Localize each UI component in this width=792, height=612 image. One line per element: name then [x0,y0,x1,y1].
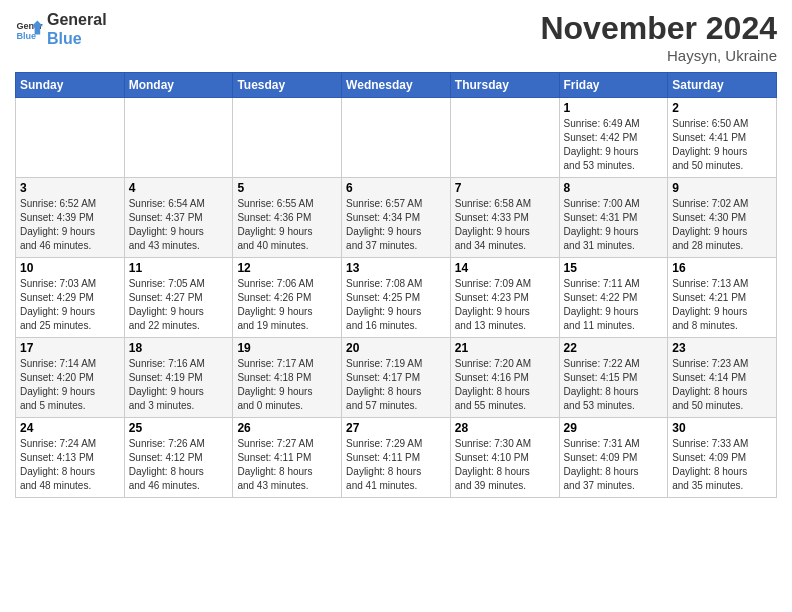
day-number: 1 [564,101,664,115]
day-info: Sunrise: 7:29 AM Sunset: 4:11 PM Dayligh… [346,438,422,491]
day-info: Sunrise: 7:22 AM Sunset: 4:15 PM Dayligh… [564,358,640,411]
weekday-header-friday: Friday [559,73,668,98]
calendar-cell: 8Sunrise: 7:00 AM Sunset: 4:31 PM Daylig… [559,178,668,258]
day-info: Sunrise: 7:30 AM Sunset: 4:10 PM Dayligh… [455,438,531,491]
location: Haysyn, Ukraine [540,47,777,64]
day-number: 5 [237,181,337,195]
calendar-cell: 23Sunrise: 7:23 AM Sunset: 4:14 PM Dayli… [668,338,777,418]
day-info: Sunrise: 7:31 AM Sunset: 4:09 PM Dayligh… [564,438,640,491]
day-info: Sunrise: 7:08 AM Sunset: 4:25 PM Dayligh… [346,278,422,331]
calendar-cell: 6Sunrise: 6:57 AM Sunset: 4:34 PM Daylig… [342,178,451,258]
day-info: Sunrise: 7:24 AM Sunset: 4:13 PM Dayligh… [20,438,96,491]
day-info: Sunrise: 7:20 AM Sunset: 4:16 PM Dayligh… [455,358,531,411]
page-header: General Blue General Blue November 2024 … [15,10,777,64]
month-title: November 2024 [540,10,777,47]
day-info: Sunrise: 6:57 AM Sunset: 4:34 PM Dayligh… [346,198,422,251]
calendar-cell: 7Sunrise: 6:58 AM Sunset: 4:33 PM Daylig… [450,178,559,258]
day-number: 20 [346,341,446,355]
title-block: November 2024 Haysyn, Ukraine [540,10,777,64]
day-number: 14 [455,261,555,275]
day-number: 15 [564,261,664,275]
day-number: 2 [672,101,772,115]
calendar-cell: 22Sunrise: 7:22 AM Sunset: 4:15 PM Dayli… [559,338,668,418]
svg-text:Blue: Blue [16,31,36,41]
day-info: Sunrise: 7:17 AM Sunset: 4:18 PM Dayligh… [237,358,313,411]
calendar-cell [124,98,233,178]
day-info: Sunrise: 7:14 AM Sunset: 4:20 PM Dayligh… [20,358,96,411]
day-number: 29 [564,421,664,435]
day-info: Sunrise: 7:11 AM Sunset: 4:22 PM Dayligh… [564,278,640,331]
logo: General Blue General Blue [15,10,107,48]
day-number: 4 [129,181,229,195]
day-info: Sunrise: 7:19 AM Sunset: 4:17 PM Dayligh… [346,358,422,411]
calendar-cell: 28Sunrise: 7:30 AM Sunset: 4:10 PM Dayli… [450,418,559,498]
calendar-cell: 12Sunrise: 7:06 AM Sunset: 4:26 PM Dayli… [233,258,342,338]
day-number: 26 [237,421,337,435]
calendar-cell: 24Sunrise: 7:24 AM Sunset: 4:13 PM Dayli… [16,418,125,498]
day-info: Sunrise: 7:05 AM Sunset: 4:27 PM Dayligh… [129,278,205,331]
calendar-cell [233,98,342,178]
day-info: Sunrise: 7:16 AM Sunset: 4:19 PM Dayligh… [129,358,205,411]
weekday-header-tuesday: Tuesday [233,73,342,98]
day-number: 7 [455,181,555,195]
day-number: 30 [672,421,772,435]
calendar-cell: 4Sunrise: 6:54 AM Sunset: 4:37 PM Daylig… [124,178,233,258]
day-info: Sunrise: 7:09 AM Sunset: 4:23 PM Dayligh… [455,278,531,331]
day-number: 8 [564,181,664,195]
calendar-week-1: 1Sunrise: 6:49 AM Sunset: 4:42 PM Daylig… [16,98,777,178]
calendar-cell: 25Sunrise: 7:26 AM Sunset: 4:12 PM Dayli… [124,418,233,498]
day-info: Sunrise: 7:33 AM Sunset: 4:09 PM Dayligh… [672,438,748,491]
day-info: Sunrise: 7:26 AM Sunset: 4:12 PM Dayligh… [129,438,205,491]
calendar-cell: 11Sunrise: 7:05 AM Sunset: 4:27 PM Dayli… [124,258,233,338]
calendar-week-4: 17Sunrise: 7:14 AM Sunset: 4:20 PM Dayli… [16,338,777,418]
day-info: Sunrise: 7:02 AM Sunset: 4:30 PM Dayligh… [672,198,748,251]
calendar-cell: 18Sunrise: 7:16 AM Sunset: 4:19 PM Dayli… [124,338,233,418]
calendar-cell [16,98,125,178]
calendar-cell: 1Sunrise: 6:49 AM Sunset: 4:42 PM Daylig… [559,98,668,178]
day-number: 25 [129,421,229,435]
day-number: 19 [237,341,337,355]
calendar-cell: 15Sunrise: 7:11 AM Sunset: 4:22 PM Dayli… [559,258,668,338]
day-number: 17 [20,341,120,355]
calendar-cell: 17Sunrise: 7:14 AM Sunset: 4:20 PM Dayli… [16,338,125,418]
calendar-cell: 20Sunrise: 7:19 AM Sunset: 4:17 PM Dayli… [342,338,451,418]
calendar-cell: 21Sunrise: 7:20 AM Sunset: 4:16 PM Dayli… [450,338,559,418]
day-info: Sunrise: 7:13 AM Sunset: 4:21 PM Dayligh… [672,278,748,331]
calendar-cell [342,98,451,178]
weekday-header-saturday: Saturday [668,73,777,98]
calendar-cell: 29Sunrise: 7:31 AM Sunset: 4:09 PM Dayli… [559,418,668,498]
weekday-header-monday: Monday [124,73,233,98]
logo-icon: General Blue [15,15,43,43]
calendar-cell: 13Sunrise: 7:08 AM Sunset: 4:25 PM Dayli… [342,258,451,338]
day-info: Sunrise: 7:03 AM Sunset: 4:29 PM Dayligh… [20,278,96,331]
day-info: Sunrise: 6:52 AM Sunset: 4:39 PM Dayligh… [20,198,96,251]
calendar-cell: 27Sunrise: 7:29 AM Sunset: 4:11 PM Dayli… [342,418,451,498]
day-number: 12 [237,261,337,275]
day-number: 10 [20,261,120,275]
day-info: Sunrise: 7:06 AM Sunset: 4:26 PM Dayligh… [237,278,313,331]
logo-text-general: General [47,10,107,29]
day-info: Sunrise: 7:23 AM Sunset: 4:14 PM Dayligh… [672,358,748,411]
day-number: 18 [129,341,229,355]
calendar-week-2: 3Sunrise: 6:52 AM Sunset: 4:39 PM Daylig… [16,178,777,258]
calendar-cell: 3Sunrise: 6:52 AM Sunset: 4:39 PM Daylig… [16,178,125,258]
day-number: 11 [129,261,229,275]
calendar-table: SundayMondayTuesdayWednesdayThursdayFrid… [15,72,777,498]
day-number: 28 [455,421,555,435]
weekday-header-row: SundayMondayTuesdayWednesdayThursdayFrid… [16,73,777,98]
calendar-cell [450,98,559,178]
calendar-cell: 30Sunrise: 7:33 AM Sunset: 4:09 PM Dayli… [668,418,777,498]
day-info: Sunrise: 6:58 AM Sunset: 4:33 PM Dayligh… [455,198,531,251]
day-number: 23 [672,341,772,355]
day-info: Sunrise: 6:49 AM Sunset: 4:42 PM Dayligh… [564,118,640,171]
calendar-week-5: 24Sunrise: 7:24 AM Sunset: 4:13 PM Dayli… [16,418,777,498]
weekday-header-sunday: Sunday [16,73,125,98]
calendar-cell: 9Sunrise: 7:02 AM Sunset: 4:30 PM Daylig… [668,178,777,258]
day-info: Sunrise: 6:54 AM Sunset: 4:37 PM Dayligh… [129,198,205,251]
calendar-cell: 19Sunrise: 7:17 AM Sunset: 4:18 PM Dayli… [233,338,342,418]
day-number: 3 [20,181,120,195]
calendar-cell: 2Sunrise: 6:50 AM Sunset: 4:41 PM Daylig… [668,98,777,178]
day-number: 13 [346,261,446,275]
logo-text-blue: Blue [47,29,107,48]
calendar-cell: 16Sunrise: 7:13 AM Sunset: 4:21 PM Dayli… [668,258,777,338]
